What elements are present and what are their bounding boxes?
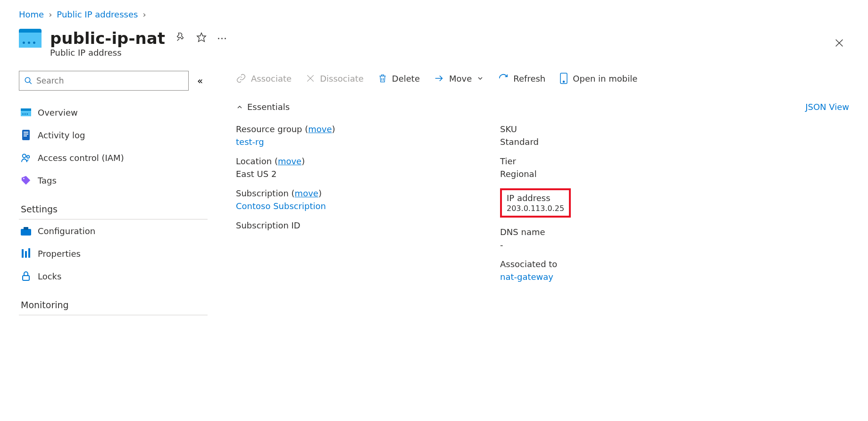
close-button[interactable] — [834, 38, 844, 51]
chevron-right-icon: › — [142, 9, 146, 19]
properties-icon — [21, 248, 31, 259]
svg-rect-19 — [23, 276, 29, 280]
sidebar-section-settings: Settings — [19, 197, 208, 219]
delete-button[interactable]: Delete — [378, 73, 420, 84]
sidebar-item-overview[interactable]: Overview — [19, 101, 208, 124]
svg-rect-3 — [21, 111, 31, 116]
resource-group-value[interactable]: test-rg — [236, 137, 472, 147]
svg-point-1 — [25, 77, 30, 83]
sidebar-search[interactable] — [19, 71, 189, 91]
public-ip-icon — [19, 29, 42, 48]
prop-resource-group: Resource group (move) test-rg — [236, 124, 472, 147]
configuration-icon — [21, 226, 31, 236]
sidebar-item-label: Tags — [38, 176, 57, 185]
tier-label: Tier — [500, 156, 736, 166]
svg-point-13 — [23, 178, 25, 179]
svg-point-21 — [563, 81, 565, 83]
breadcrumb-category[interactable]: Public IP addresses — [57, 9, 138, 19]
location-label: Location — [236, 156, 272, 166]
svg-point-6 — [26, 113, 28, 115]
sidebar-item-label: Properties — [38, 249, 81, 259]
svg-rect-17 — [25, 251, 27, 258]
svg-point-12 — [27, 155, 30, 158]
sidebar-item-label: Locks — [38, 271, 61, 281]
pin-icon — [175, 32, 186, 42]
refresh-button[interactable]: Refresh — [498, 73, 545, 84]
tier-value: Regional — [500, 169, 736, 179]
command-bar: Associate Dissociate Delete Move — [236, 73, 849, 84]
json-view-link[interactable]: JSON View — [805, 102, 849, 112]
subscription-label: Subscription — [236, 188, 289, 198]
sidebar-item-activity-log[interactable]: Activity log — [19, 124, 208, 146]
sidebar: « Overview Activity log Access cont — [19, 71, 208, 315]
resource-header: public-ip-nat ··· Public IP address — [19, 29, 849, 58]
subscription-id-label: Subscription ID — [236, 220, 472, 230]
prop-associated-to: Associated to nat-gateway — [500, 259, 736, 282]
sidebar-item-properties[interactable]: Properties — [19, 242, 208, 265]
access-control-icon — [21, 152, 31, 163]
page-title: public-ip-nat — [50, 29, 165, 48]
link-icon — [236, 73, 246, 84]
sidebar-item-configuration[interactable]: Configuration — [19, 219, 208, 242]
favorite-button[interactable] — [196, 32, 207, 45]
collapse-sidebar-button[interactable]: « — [197, 75, 203, 86]
breadcrumb-home[interactable]: Home — [19, 9, 44, 19]
prop-subscription-id: Subscription ID — [236, 220, 472, 230]
dns-name-value: - — [500, 240, 736, 250]
sidebar-item-access-control[interactable]: Access control (IAM) — [19, 146, 208, 169]
search-input[interactable] — [36, 76, 184, 85]
resource-group-label: Resource group — [236, 124, 302, 134]
prop-subscription: Subscription (move) Contoso Subscription — [236, 188, 472, 211]
more-button[interactable]: ··· — [217, 33, 227, 44]
search-icon — [24, 76, 33, 85]
resource-type: Public IP address — [50, 48, 227, 58]
dissociate-label: Dissociate — [320, 74, 364, 84]
svg-rect-2 — [21, 109, 31, 111]
tags-icon — [21, 175, 31, 185]
subscription-move-link[interactable]: move — [295, 188, 318, 198]
sidebar-section-monitoring: Monitoring — [19, 293, 208, 315]
ip-address-label: IP address — [507, 193, 564, 203]
mobile-icon — [559, 73, 568, 84]
prop-ip-address: IP address 203.0.113.0.25 — [500, 188, 571, 218]
breadcrumb: Home › Public IP addresses › — [19, 9, 849, 19]
refresh-label: Refresh — [513, 74, 545, 84]
sidebar-item-label: Overview — [38, 108, 78, 118]
svg-marker-0 — [197, 33, 206, 41]
overview-icon — [21, 107, 31, 118]
open-in-mobile-button[interactable]: Open in mobile — [559, 73, 637, 84]
trash-icon — [378, 73, 387, 84]
refresh-icon — [498, 73, 509, 84]
location-move-link[interactable]: move — [278, 156, 301, 166]
lock-icon — [21, 271, 31, 281]
delete-label: Delete — [392, 74, 420, 84]
sku-value: Standard — [500, 137, 736, 147]
activity-log-icon — [21, 130, 31, 140]
associated-to-value[interactable]: nat-gateway — [500, 272, 736, 282]
sku-label: SKU — [500, 124, 736, 134]
pin-button[interactable] — [175, 32, 186, 45]
move-button[interactable]: Move — [434, 73, 484, 84]
svg-rect-15 — [24, 227, 28, 230]
arrow-right-icon — [434, 73, 444, 84]
move-label: Move — [449, 74, 472, 84]
prop-dns-name: DNS name - — [500, 227, 736, 250]
prop-sku: SKU Standard — [500, 124, 736, 147]
open-mobile-label: Open in mobile — [573, 74, 637, 84]
associate-label: Associate — [251, 74, 292, 84]
essentials-toggle[interactable]: Essentials — [236, 102, 290, 112]
svg-rect-14 — [21, 229, 31, 236]
sidebar-item-label: Configuration — [38, 226, 95, 236]
dissociate-button: Dissociate — [306, 74, 364, 84]
svg-point-5 — [25, 113, 26, 115]
chevron-right-icon: › — [49, 9, 52, 19]
svg-rect-8 — [24, 132, 28, 133]
chevron-up-icon — [236, 103, 243, 111]
x-icon — [306, 74, 315, 83]
sidebar-item-tags[interactable]: Tags — [19, 169, 208, 192]
resource-group-move-link[interactable]: move — [308, 124, 332, 134]
sidebar-item-locks[interactable]: Locks — [19, 265, 208, 287]
subscription-value[interactable]: Contoso Subscription — [236, 201, 472, 211]
star-icon — [196, 32, 207, 42]
chevron-down-icon — [476, 75, 484, 82]
